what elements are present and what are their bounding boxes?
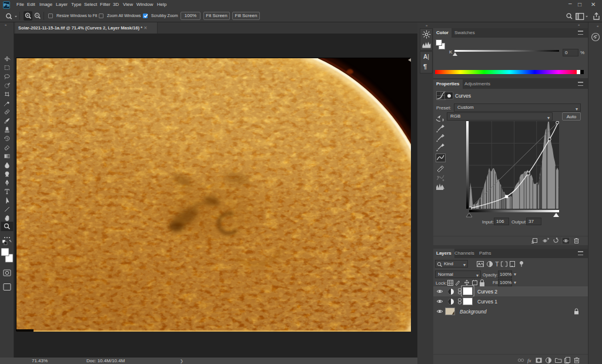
svg-text:T: T	[495, 261, 499, 268]
svg-text:fx: fx	[527, 358, 531, 363]
